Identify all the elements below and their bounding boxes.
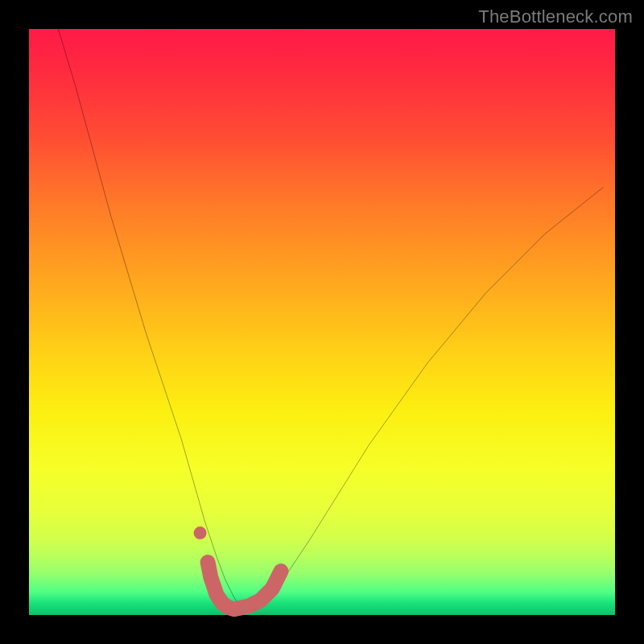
plot-area: [29, 29, 615, 615]
valley-marker-dot: [194, 526, 207, 539]
chart-frame: TheBottleneck.com: [0, 0, 644, 644]
valley-marker: [208, 562, 281, 609]
watermark-text: TheBottleneck.com: [478, 6, 633, 27]
bottleneck-curve: [58, 29, 603, 609]
chart-svg: [29, 29, 615, 615]
